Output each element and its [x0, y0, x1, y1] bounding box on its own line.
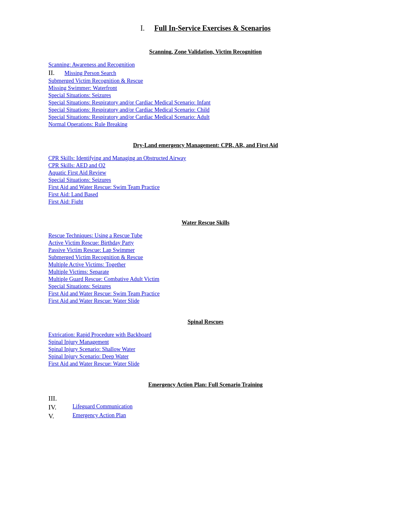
list-item: Multiple Active Victims: Together	[48, 262, 363, 268]
link-submerged-victim-1[interactable]: Submerged Victim Recognition & Rescue	[48, 78, 143, 84]
link-first-aid-swim-team-2[interactable]: First Aid and Water Rescue: Swim Team Pr…	[48, 291, 160, 297]
roman-numeral-iv: IV.	[48, 403, 73, 411]
section-heading-water-rescue: Water Rescue Skills	[48, 220, 363, 226]
list-item: II. Missing Person Search	[48, 69, 363, 77]
roman-ii: II.	[48, 69, 61, 77]
section-heading-scanning: Scanning, Zone Validation, Victim Recogn…	[48, 49, 363, 55]
link-normal-operations[interactable]: Normal Operations: Rule Breaking	[48, 121, 127, 127]
list-item: First Aid: Fight	[48, 199, 363, 205]
link-respiratory-infant[interactable]: Special Situations: Respiratory and/or C…	[48, 100, 210, 106]
roman-item-iv: IV. Lifeguard Communication	[48, 403, 363, 411]
link-spinal-injury-management[interactable]: Spinal Injury Management	[48, 339, 109, 345]
list-item: First Aid and Water Rescue: Water Slide	[48, 298, 363, 304]
link-cpr-obstructed[interactable]: CPR Skills: Identifying and Managing an …	[48, 155, 186, 161]
list-item: Aquatic First Aid Review	[48, 170, 363, 176]
link-first-aid-water-slide-2[interactable]: First Aid and Water Rescue: Water Slide	[48, 361, 139, 367]
link-spinal-injury-deep[interactable]: Spinal Injury Scenario: Deep Water	[48, 353, 129, 360]
link-scanning-awareness[interactable]: Scanning: Awareness and Recognition	[48, 62, 135, 68]
section-heading-dryland: Dry-Land emergency Management: CPR, AR, …	[48, 142, 363, 149]
link-first-aid-water-slide-1[interactable]: First Aid and Water Rescue: Water Slide	[48, 298, 139, 304]
list-item: Special Situations: Seizures	[48, 177, 363, 183]
list-item: Spinal Injury Scenario: Deep Water	[48, 353, 363, 360]
link-emergency-action-plan[interactable]: Emergency Action Plan	[73, 412, 126, 419]
link-respiratory-child[interactable]: Special Situations: Respiratory and/or C…	[48, 107, 210, 113]
section-dryland: Dry-Land emergency Management: CPR, AR, …	[48, 142, 363, 205]
list-item: Special Situations: Seizures	[48, 92, 363, 99]
scanning-link-list: Scanning: Awareness and Recognition II. …	[48, 62, 363, 128]
link-spinal-injury-shallow[interactable]: Spinal Injury Scenario: Shallow Water	[48, 346, 135, 352]
water-rescue-link-list: Rescue Techniques: Using a Rescue Tube A…	[48, 233, 363, 304]
link-passive-victim-lap[interactable]: Passive Victim Rescue: Lap Swimmer	[48, 247, 135, 253]
section-spinal: Spinal Rescues Extrication: Rapid Proced…	[48, 319, 363, 367]
roman-numeral-iii: III.	[48, 395, 73, 403]
list-item: Special Situations: Seizures	[48, 283, 363, 290]
link-multiple-guard-combative[interactable]: Multiple Guard Rescue: Combative Adult V…	[48, 276, 159, 282]
link-active-victim-birthday[interactable]: Active Victim Rescue: Birthday Party	[48, 240, 134, 246]
main-title-container: I. Full In-Service Exercises & Scenarios	[48, 24, 363, 33]
link-first-aid-fight[interactable]: First Aid: Fight	[48, 199, 83, 205]
list-item: Special Situations: Respiratory and/or C…	[48, 100, 363, 106]
section-heading-eap: Emergency Action Plan: Full Scenario Tra…	[48, 382, 363, 388]
link-respiratory-adult[interactable]: Special Situations: Respiratory and/or C…	[48, 114, 210, 120]
main-title: Full In-Service Exercises & Scenarios	[154, 24, 271, 33]
list-item: First Aid and Water Rescue: Swim Team Pr…	[48, 291, 363, 297]
list-item: First Aid and Water Rescue: Water Slide	[48, 361, 363, 367]
list-item: Spinal Injury Management	[48, 339, 363, 345]
link-rescue-tube[interactable]: Rescue Techniques: Using a Rescue Tube	[48, 233, 142, 239]
link-special-seizures-2[interactable]: Special Situations: Seizures	[48, 177, 111, 183]
link-submerged-victim-2[interactable]: Submerged Victim Recognition & Rescue	[48, 254, 143, 260]
list-item: Scanning: Awareness and Recognition	[48, 62, 363, 68]
roman-numeral-v: V.	[48, 412, 73, 420]
list-item: Submerged Victim Recognition & Rescue	[48, 78, 363, 84]
link-extrication-backboard[interactable]: Extrication: Rapid Procedure with Backbo…	[48, 332, 152, 338]
section-eap: Emergency Action Plan: Full Scenario Tra…	[48, 382, 363, 420]
link-special-seizures-3[interactable]: Special Situations: Seizures	[48, 283, 111, 289]
list-item: Normal Operations: Rule Breaking	[48, 121, 363, 128]
list-item: CPR Skills: AED and O2	[48, 162, 363, 169]
list-item: CPR Skills: Identifying and Managing an …	[48, 155, 363, 162]
list-item: Multiple Guard Rescue: Combative Adult V…	[48, 276, 363, 283]
roman-item-v: V. Emergency Action Plan	[48, 412, 363, 420]
link-cpr-aed[interactable]: CPR Skills: AED and O2	[48, 162, 106, 168]
link-aquatic-first-aid[interactable]: Aquatic First Aid Review	[48, 170, 106, 176]
eap-items: III. IV. Lifeguard Communication V. Emer…	[48, 395, 363, 420]
list-item: Special Situations: Respiratory and/or C…	[48, 107, 363, 113]
list-item: Active Victim Rescue: Birthday Party	[48, 240, 363, 246]
roman-item-iii: III.	[48, 395, 363, 403]
list-item: Submerged Victim Recognition & Rescue	[48, 254, 363, 261]
spinal-link-list: Extrication: Rapid Procedure with Backbo…	[48, 332, 363, 367]
list-item: First Aid and Water Rescue: Swim Team Pr…	[48, 184, 363, 191]
link-multiple-victims-separate[interactable]: Multiple Victims: Separate	[48, 269, 109, 275]
list-item: Missing Swimmer: Waterfront	[48, 85, 363, 91]
list-item: First Aid: Land Based	[48, 191, 363, 198]
section-water-rescue: Water Rescue Skills Rescue Techniques: U…	[48, 220, 363, 304]
link-missing-person[interactable]: Missing Person Search	[64, 70, 116, 77]
list-item: Special Situations: Respiratory and/or C…	[48, 114, 363, 121]
main-title-numeral: I.	[140, 24, 145, 33]
list-item: Multiple Victims: Separate	[48, 269, 363, 275]
link-first-aid-land[interactable]: First Aid: Land Based	[48, 191, 98, 197]
list-item: Extrication: Rapid Procedure with Backbo…	[48, 332, 363, 338]
section-heading-spinal: Spinal Rescues	[48, 319, 363, 325]
link-first-aid-swim-team-1[interactable]: First Aid and Water Rescue: Swim Team Pr…	[48, 184, 160, 190]
link-missing-swimmer[interactable]: Missing Swimmer: Waterfront	[48, 85, 117, 91]
list-item: Passive Victim Rescue: Lap Swimmer	[48, 247, 363, 254]
link-multiple-active-together[interactable]: Multiple Active Victims: Together	[48, 262, 126, 268]
list-item: Rescue Techniques: Using a Rescue Tube	[48, 233, 363, 239]
dryland-link-list: CPR Skills: Identifying and Managing an …	[48, 155, 363, 205]
section-scanning: Scanning, Zone Validation, Victim Recogn…	[48, 49, 363, 128]
link-lifeguard-communication[interactable]: Lifeguard Communication	[73, 403, 133, 410]
list-item: Spinal Injury Scenario: Shallow Water	[48, 346, 363, 353]
link-special-seizures-1[interactable]: Special Situations: Seizures	[48, 92, 111, 98]
